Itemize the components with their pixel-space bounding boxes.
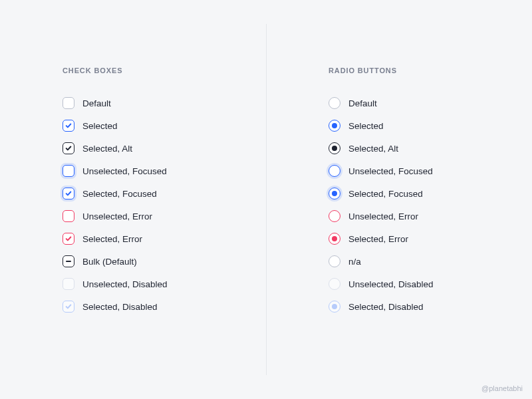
radio-selected-disabled [329,301,340,313]
radio-label: Selected, Focused [348,189,423,199]
radio-row-selected-disabled: Selected, Disabled [329,295,532,318]
checkbox-bulk[interactable] [63,255,74,267]
radio-row-selected-error: Selected, Error [329,227,532,250]
checkbox-row-selected: Selected [63,114,266,137]
canvas: CHECK BOXES Default Selected Selected, A… [0,0,532,399]
checkbox-label: Selected, Disabled [82,302,158,312]
radio-na[interactable] [329,255,340,267]
checkbox-unselected-disabled [63,278,74,290]
radio-label: Selected [348,121,384,131]
radio-unselected-focused[interactable] [329,165,340,177]
check-icon [65,235,72,242]
checkbox-label: Selected, Error [82,234,142,244]
radios-column: RADIO BUTTONS Default Selected Selected,… [266,66,532,399]
check-icon [65,122,72,129]
checkboxes-title: CHECK BOXES [63,66,266,74]
checkbox-row-selected-disabled: Selected, Disabled [63,295,266,318]
dot-icon [332,146,337,151]
checkbox-row-unselected-error: Unselected, Error [63,205,266,227]
dot-icon [332,236,337,241]
radio-label: Unselected, Focused [348,166,433,176]
radio-row-selected-alt: Selected, Alt [329,137,532,160]
radio-label: Default [348,98,377,108]
check-icon [65,145,72,152]
checkbox-selected-error[interactable] [63,233,74,245]
radio-label: Selected, Alt [348,144,398,154]
radio-row-na: n/a [329,250,532,273]
checkbox-label: Selected, Focused [82,189,157,199]
credit-handle: @planetabhi [481,384,523,392]
radio-selected-error[interactable] [329,233,340,245]
radio-selected-focused[interactable] [329,188,340,200]
dot-icon [332,191,337,196]
check-icon [65,190,72,197]
checkbox-selected-disabled [63,301,74,313]
checkbox-label: Unselected, Error [82,211,152,221]
checkbox-row-unselected-disabled: Unselected, Disabled [63,273,266,295]
dot-icon [332,304,337,309]
checkbox-row-bulk: Bulk (Default) [63,250,266,273]
checkbox-selected[interactable] [63,120,74,132]
dot-icon [332,123,337,128]
dash-icon [66,261,71,262]
checkbox-row-default: Default [63,92,266,114]
checkbox-label: Unselected, Disabled [82,279,168,289]
radio-unselected-disabled [329,278,340,290]
checkbox-label: Selected, Alt [82,144,132,154]
radio-row-unselected-error: Unselected, Error [329,205,532,227]
checkboxes-column: CHECK BOXES Default Selected Selected, A… [0,66,266,399]
checkbox-selected-alt[interactable] [63,142,74,154]
radio-selected-alt[interactable] [329,142,340,154]
checkbox-unselected-error[interactable] [63,210,74,222]
radio-label: Selected, Disabled [348,302,424,312]
radio-unselected-error[interactable] [329,210,340,222]
checkbox-row-unselected-focused: Unselected, Focused [63,160,266,182]
checkbox-row-selected-alt: Selected, Alt [63,137,266,160]
radio-row-selected-focused: Selected, Focused [329,182,532,205]
radio-row-selected: Selected [329,114,532,137]
checkbox-row-selected-focused: Selected, Focused [63,182,266,205]
radio-default[interactable] [329,97,340,109]
check-icon [65,303,72,310]
radios-title: RADIO BUTTONS [329,66,532,74]
checkbox-row-selected-error: Selected, Error [63,227,266,250]
checkbox-selected-focused[interactable] [63,188,74,200]
radio-label: Selected, Error [348,234,408,244]
checkbox-label: Bulk (Default) [82,257,137,267]
radio-row-unselected-focused: Unselected, Focused [329,160,532,182]
radio-row-unselected-disabled: Unselected, Disabled [329,273,532,295]
radio-selected[interactable] [329,120,340,132]
radio-label: Unselected, Error [348,211,418,221]
radio-label: Unselected, Disabled [348,279,434,289]
checkbox-unselected-focused[interactable] [63,165,74,177]
radio-label: n/a [348,257,361,267]
checkbox-label: Selected [82,121,118,131]
checkbox-default[interactable] [63,97,74,109]
checkbox-label: Unselected, Focused [82,166,167,176]
radio-row-default: Default [329,92,532,114]
checkbox-label: Default [82,98,111,108]
